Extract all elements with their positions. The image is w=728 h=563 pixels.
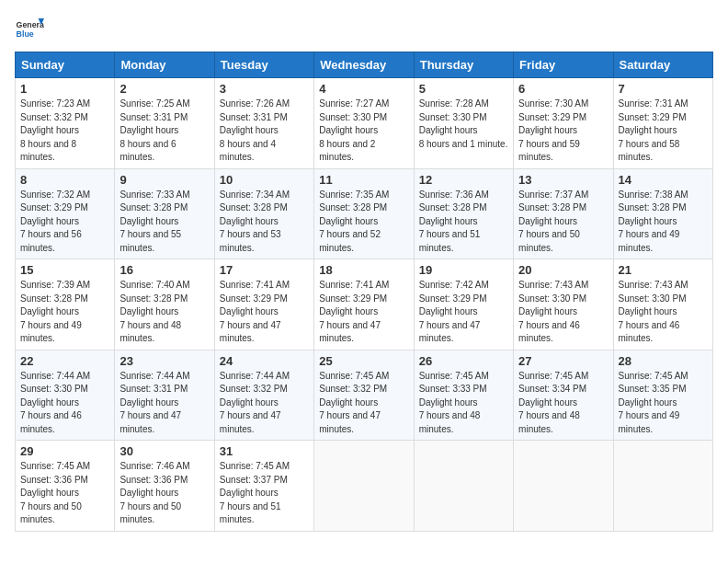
calendar-cell: 6 Sunrise: 7:30 AM Sunset: 3:29 PM Dayli… xyxy=(514,78,613,169)
day-number: 17 xyxy=(220,263,309,277)
day-info: Sunrise: 7:42 AM Sunset: 3:29 PM Dayligh… xyxy=(419,279,508,346)
day-number: 3 xyxy=(220,82,309,96)
day-number: 2 xyxy=(119,82,209,96)
day-number: 4 xyxy=(319,82,408,96)
day-info: Sunrise: 7:26 AM Sunset: 3:31 PM Dayligh… xyxy=(220,98,309,165)
day-number: 19 xyxy=(419,263,508,277)
calendar-cell xyxy=(414,441,513,532)
day-number: 25 xyxy=(319,354,408,368)
day-number: 20 xyxy=(518,263,608,277)
weekday-header: Wednesday xyxy=(314,52,414,78)
calendar-cell: 2 Sunrise: 7:25 AM Sunset: 3:31 PM Dayli… xyxy=(115,78,214,169)
day-number: 8 xyxy=(20,173,109,187)
day-info: Sunrise: 7:45 AM Sunset: 3:35 PM Dayligh… xyxy=(619,370,708,437)
day-info: Sunrise: 7:44 AM Sunset: 3:31 PM Dayligh… xyxy=(119,370,209,437)
day-number: 26 xyxy=(419,354,508,368)
day-info: Sunrise: 7:23 AM Sunset: 3:32 PM Dayligh… xyxy=(20,98,109,165)
calendar-cell: 15 Sunrise: 7:39 AM Sunset: 3:28 PM Dayl… xyxy=(16,259,115,350)
day-number: 16 xyxy=(119,263,209,277)
calendar-header-row: SundayMondayTuesdayWednesdayThursdayFrid… xyxy=(16,52,713,78)
calendar-cell: 25 Sunrise: 7:45 AM Sunset: 3:32 PM Dayl… xyxy=(314,350,414,441)
day-info: Sunrise: 7:45 AM Sunset: 3:34 PM Dayligh… xyxy=(518,370,608,437)
day-number: 23 xyxy=(119,354,209,368)
day-number: 13 xyxy=(518,173,608,187)
calendar-cell: 19 Sunrise: 7:42 AM Sunset: 3:29 PM Dayl… xyxy=(414,259,513,350)
day-number: 27 xyxy=(518,354,608,368)
day-number: 9 xyxy=(119,173,209,187)
day-info: Sunrise: 7:30 AM Sunset: 3:29 PM Dayligh… xyxy=(518,98,608,165)
day-info: Sunrise: 7:36 AM Sunset: 3:28 PM Dayligh… xyxy=(419,189,508,256)
calendar-cell xyxy=(514,441,613,532)
day-info: Sunrise: 7:40 AM Sunset: 3:28 PM Dayligh… xyxy=(119,279,209,346)
day-info: Sunrise: 7:45 AM Sunset: 3:36 PM Dayligh… xyxy=(20,460,109,527)
calendar-cell: 27 Sunrise: 7:45 AM Sunset: 3:34 PM Dayl… xyxy=(514,350,613,441)
calendar-cell: 21 Sunrise: 7:43 AM Sunset: 3:30 PM Dayl… xyxy=(613,259,712,350)
day-number: 31 xyxy=(220,444,309,458)
day-number: 18 xyxy=(319,263,408,277)
day-info: Sunrise: 7:41 AM Sunset: 3:29 PM Dayligh… xyxy=(319,279,408,346)
day-number: 11 xyxy=(319,173,408,187)
day-info: Sunrise: 7:44 AM Sunset: 3:30 PM Dayligh… xyxy=(20,370,109,437)
day-info: Sunrise: 7:31 AM Sunset: 3:29 PM Dayligh… xyxy=(619,98,708,165)
page-header: General Blue xyxy=(15,15,713,44)
calendar-cell xyxy=(314,441,414,532)
day-info: Sunrise: 7:46 AM Sunset: 3:36 PM Dayligh… xyxy=(119,460,209,527)
day-info: Sunrise: 7:45 AM Sunset: 3:33 PM Dayligh… xyxy=(419,370,508,437)
day-info: Sunrise: 7:43 AM Sunset: 3:30 PM Dayligh… xyxy=(619,279,708,346)
day-number: 24 xyxy=(220,354,309,368)
day-info: Sunrise: 7:34 AM Sunset: 3:28 PM Dayligh… xyxy=(220,189,309,256)
calendar-cell: 24 Sunrise: 7:44 AM Sunset: 3:32 PM Dayl… xyxy=(214,350,313,441)
calendar-cell: 17 Sunrise: 7:41 AM Sunset: 3:29 PM Dayl… xyxy=(214,259,313,350)
calendar-cell: 13 Sunrise: 7:37 AM Sunset: 3:28 PM Dayl… xyxy=(514,168,613,259)
calendar-cell: 18 Sunrise: 7:41 AM Sunset: 3:29 PM Dayl… xyxy=(314,259,414,350)
day-info: Sunrise: 7:45 AM Sunset: 3:37 PM Dayligh… xyxy=(220,460,309,527)
calendar-cell: 31 Sunrise: 7:45 AM Sunset: 3:37 PM Dayl… xyxy=(214,441,313,532)
logo-icon: General Blue xyxy=(15,15,44,44)
day-number: 1 xyxy=(20,82,109,96)
calendar-cell: 4 Sunrise: 7:27 AM Sunset: 3:30 PM Dayli… xyxy=(314,78,414,169)
day-info: Sunrise: 7:44 AM Sunset: 3:32 PM Dayligh… xyxy=(220,370,309,437)
calendar-cell: 5 Sunrise: 7:28 AM Sunset: 3:30 PM Dayli… xyxy=(414,78,513,169)
day-info: Sunrise: 7:32 AM Sunset: 3:29 PM Dayligh… xyxy=(20,189,109,256)
svg-text:Blue: Blue xyxy=(17,29,34,39)
calendar-cell: 11 Sunrise: 7:35 AM Sunset: 3:28 PM Dayl… xyxy=(314,168,414,259)
calendar-cell: 23 Sunrise: 7:44 AM Sunset: 3:31 PM Dayl… xyxy=(115,350,214,441)
calendar-cell: 14 Sunrise: 7:38 AM Sunset: 3:28 PM Dayl… xyxy=(613,168,712,259)
day-info: Sunrise: 7:35 AM Sunset: 3:28 PM Dayligh… xyxy=(319,189,408,256)
calendar-cell: 9 Sunrise: 7:33 AM Sunset: 3:28 PM Dayli… xyxy=(115,168,214,259)
day-number: 21 xyxy=(619,263,708,277)
calendar-cell: 8 Sunrise: 7:32 AM Sunset: 3:29 PM Dayli… xyxy=(16,168,115,259)
calendar-cell: 7 Sunrise: 7:31 AM Sunset: 3:29 PM Dayli… xyxy=(613,78,712,169)
day-number: 10 xyxy=(220,173,309,187)
day-number: 14 xyxy=(619,173,708,187)
calendar-cell: 20 Sunrise: 7:43 AM Sunset: 3:30 PM Dayl… xyxy=(514,259,613,350)
day-info: Sunrise: 7:41 AM Sunset: 3:29 PM Dayligh… xyxy=(220,279,309,346)
weekday-header: Thursday xyxy=(414,52,513,78)
day-info: Sunrise: 7:45 AM Sunset: 3:32 PM Dayligh… xyxy=(319,370,408,437)
day-info: Sunrise: 7:33 AM Sunset: 3:28 PM Dayligh… xyxy=(119,189,209,256)
calendar-cell: 29 Sunrise: 7:45 AM Sunset: 3:36 PM Dayl… xyxy=(16,441,115,532)
day-number: 6 xyxy=(518,82,608,96)
calendar-cell: 30 Sunrise: 7:46 AM Sunset: 3:36 PM Dayl… xyxy=(115,441,214,532)
day-number: 5 xyxy=(419,82,508,96)
day-number: 12 xyxy=(419,173,508,187)
day-info: Sunrise: 7:39 AM Sunset: 3:28 PM Dayligh… xyxy=(20,279,109,346)
day-info: Sunrise: 7:37 AM Sunset: 3:28 PM Dayligh… xyxy=(518,189,608,256)
day-number: 22 xyxy=(20,354,109,368)
day-info: Sunrise: 7:38 AM Sunset: 3:28 PM Dayligh… xyxy=(619,189,708,256)
day-number: 29 xyxy=(20,444,109,458)
day-number: 15 xyxy=(20,263,109,277)
day-info: Sunrise: 7:25 AM Sunset: 3:31 PM Dayligh… xyxy=(119,98,209,165)
weekday-header: Monday xyxy=(115,52,214,78)
day-number: 7 xyxy=(619,82,708,96)
calendar-cell: 1 Sunrise: 7:23 AM Sunset: 3:32 PM Dayli… xyxy=(16,78,115,169)
weekday-header: Sunday xyxy=(16,52,115,78)
calendar-cell: 28 Sunrise: 7:45 AM Sunset: 3:35 PM Dayl… xyxy=(613,350,712,441)
calendar-cell: 10 Sunrise: 7:34 AM Sunset: 3:28 PM Dayl… xyxy=(214,168,313,259)
logo: General Blue xyxy=(15,15,48,44)
calendar-cell: 12 Sunrise: 7:36 AM Sunset: 3:28 PM Dayl… xyxy=(414,168,513,259)
day-number: 30 xyxy=(119,444,209,458)
day-info: Sunrise: 7:28 AM Sunset: 3:30 PM Dayligh… xyxy=(419,98,508,151)
calendar-cell xyxy=(613,441,712,532)
weekday-header: Saturday xyxy=(613,52,712,78)
